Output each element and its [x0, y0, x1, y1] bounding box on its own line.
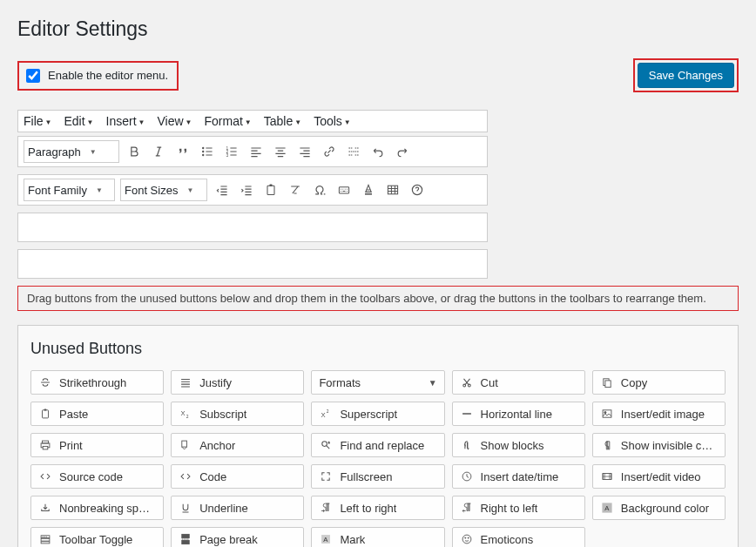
menu-format[interactable]: Format▼ — [204, 114, 251, 128]
mark-icon: A — [319, 532, 333, 546]
unused-print[interactable]: Print — [30, 433, 164, 457]
read-more-icon[interactable] — [344, 142, 363, 161]
unused-insert-video[interactable]: Insert/edit video — [592, 464, 726, 489]
menu-view[interactable]: View▼ — [157, 114, 192, 128]
svg-point-13 — [468, 384, 470, 387]
unused-show-invisible[interactable]: Show invisible chara... — [592, 433, 726, 457]
unused-show-blocks[interactable]: Show blocks — [452, 433, 585, 457]
unused-emoticons[interactable]: Emoticons — [452, 527, 585, 547]
svg-text:A: A — [604, 504, 610, 512]
menu-tools[interactable]: Tools▼ — [314, 114, 351, 128]
unused-subscript[interactable]: X2Subscript — [171, 402, 304, 426]
svg-rect-34 — [41, 538, 50, 541]
menu-file[interactable]: File▼ — [24, 114, 51, 128]
unused-page-break[interactable]: Page break — [171, 527, 304, 547]
link-icon[interactable] — [320, 142, 339, 161]
align-center-icon[interactable] — [271, 142, 290, 161]
unused-buttons-panel: Unused Buttons Strikethrough Justify For… — [17, 325, 739, 547]
svg-point-1 — [202, 151, 204, 152]
svg-point-12 — [462, 384, 465, 387]
svg-text:X: X — [181, 409, 186, 417]
rtl-icon — [460, 501, 474, 515]
fullscreen-icon — [319, 469, 333, 483]
enable-editor-menu-checkbox[interactable] — [26, 69, 40, 83]
svg-rect-7 — [269, 185, 272, 186]
keyboard-icon[interactable] — [334, 180, 354, 199]
clock-icon — [460, 469, 474, 483]
svg-rect-26 — [43, 446, 48, 449]
clear-formatting-icon[interactable] — [286, 180, 305, 199]
toolbar-row-3[interactable] — [17, 213, 488, 242]
horizontal-line-icon — [460, 407, 474, 421]
undo-icon[interactable] — [368, 142, 388, 161]
unused-ltr[interactable]: Left to right — [311, 496, 444, 520]
blockquote-icon[interactable] — [173, 142, 192, 161]
paste-text-icon[interactable] — [261, 180, 280, 199]
svg-rect-22 — [603, 410, 611, 417]
align-right-icon[interactable] — [295, 142, 314, 161]
unused-insert-image[interactable]: Insert/edit image — [592, 402, 726, 426]
toolbar-toggle-icon — [38, 532, 52, 546]
text-color-icon[interactable] — [359, 180, 378, 199]
special-character-icon[interactable] — [310, 180, 329, 199]
table-icon[interactable] — [383, 180, 402, 199]
unused-copy[interactable]: Copy — [592, 370, 726, 395]
bullet-list-icon[interactable] — [198, 142, 217, 161]
svg-text:A: A — [324, 536, 329, 544]
indent-icon[interactable] — [237, 180, 256, 199]
unused-cut[interactable]: Cut — [452, 370, 585, 395]
unused-source-code[interactable]: Source code — [30, 464, 164, 489]
svg-point-0 — [202, 147, 204, 149]
unused-superscript[interactable]: X2Superscript — [311, 402, 444, 426]
toolbar-row-2[interactable]: Font Family▼ Font Sizes▼ — [17, 174, 488, 206]
save-changes-button[interactable]: Save Changes — [638, 63, 734, 88]
unused-nonbreaking-space[interactable]: Nonbreaking space — [30, 496, 164, 520]
unused-justify[interactable]: Justify — [171, 370, 304, 395]
svg-point-23 — [604, 412, 606, 414]
numbered-list-icon[interactable]: 123 — [222, 142, 241, 161]
menu-insert[interactable]: Insert▼ — [106, 114, 145, 128]
unused-strikethrough[interactable]: Strikethrough — [30, 370, 164, 395]
editor-menubar: File▼ Edit▼ Insert▼ View▼ Format▼ Table▼… — [17, 110, 488, 132]
format-dropdown[interactable]: Paragraph▼ — [24, 140, 119, 163]
menu-edit[interactable]: Edit▼ — [64, 114, 93, 128]
italic-icon[interactable] — [149, 142, 168, 161]
svg-point-40 — [462, 535, 471, 544]
copy-icon — [600, 375, 614, 389]
video-icon — [600, 469, 614, 483]
unused-underline[interactable]: Underline — [171, 496, 304, 520]
unused-find-replace[interactable]: Find and replace — [311, 433, 444, 457]
unused-background-color[interactable]: ABackground color — [592, 496, 726, 520]
bold-icon[interactable] — [125, 142, 144, 161]
svg-rect-9 — [365, 193, 372, 195]
menu-table[interactable]: Table▼ — [264, 114, 301, 128]
redo-icon[interactable] — [393, 142, 412, 161]
help-icon[interactable] — [408, 180, 427, 199]
toolbar-row-1[interactable]: Paragraph▼ 123 — [17, 136, 488, 167]
code-icon — [179, 469, 192, 483]
unused-toolbar-toggle[interactable]: Toolbar Toggle — [30, 527, 164, 547]
unused-code[interactable]: Code — [171, 464, 304, 489]
save-highlight: Save Changes — [633, 58, 739, 92]
page-title: Editor Settings — [17, 17, 739, 41]
svg-rect-15 — [605, 381, 611, 388]
anchor-icon — [179, 438, 192, 452]
unused-paste[interactable]: Paste — [30, 402, 164, 426]
toolbar-row-4[interactable] — [17, 249, 488, 279]
align-left-icon[interactable] — [246, 142, 266, 161]
svg-point-42 — [468, 537, 469, 538]
font-family-dropdown[interactable]: Font Family▼ — [24, 179, 115, 201]
font-sizes-dropdown[interactable]: Font Sizes▼ — [120, 179, 207, 201]
outdent-icon[interactable] — [213, 180, 232, 199]
unused-buttons-title: Unused Buttons — [30, 340, 726, 358]
nonbreaking-space-icon — [38, 501, 52, 515]
ltr-icon — [319, 501, 333, 515]
unused-fullscreen[interactable]: Fullscreen — [311, 464, 444, 489]
unused-mark[interactable]: AMark — [311, 527, 444, 547]
unused-insert-datetime[interactable]: Insert date/time — [452, 464, 585, 489]
unused-rtl[interactable]: Right to left — [452, 496, 585, 520]
unused-anchor[interactable]: Anchor — [171, 433, 304, 457]
unused-formats[interactable]: Formats▼ — [311, 370, 444, 395]
cut-icon — [460, 375, 474, 389]
unused-horizontal-line[interactable]: Horizontal line — [452, 402, 585, 426]
